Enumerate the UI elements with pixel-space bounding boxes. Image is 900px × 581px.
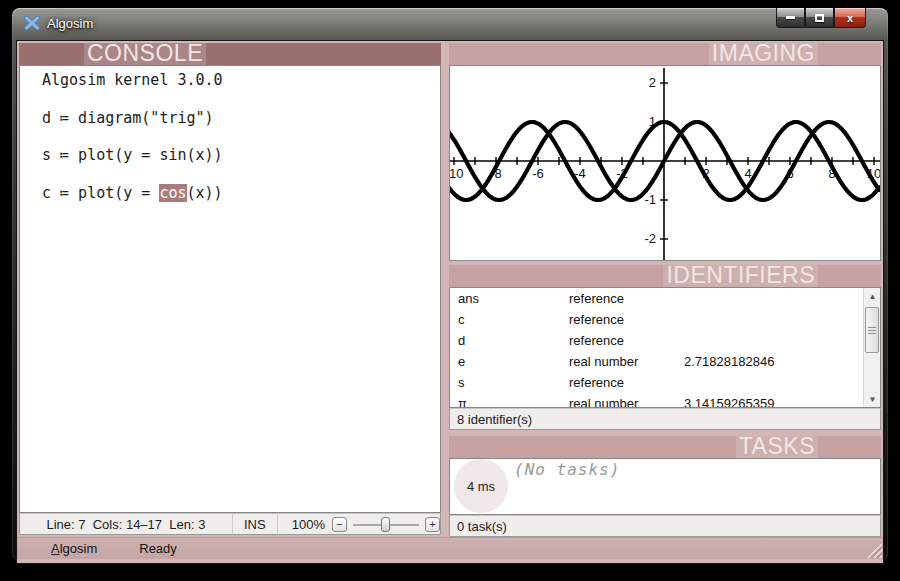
- resize-grip[interactable]: [866, 542, 882, 558]
- no-tasks-label: (No tasks): [514, 460, 620, 479]
- identifier-name: d: [450, 333, 569, 348]
- scroll-up-button[interactable]: ▲: [864, 288, 881, 304]
- console-line: [42, 127, 436, 146]
- scroll-down-button[interactable]: ▼: [864, 391, 881, 407]
- identifier-name: e: [450, 354, 569, 369]
- console-line: s ≔ plot(y = sin(x)): [42, 146, 436, 165]
- close-icon: x: [847, 12, 853, 24]
- identifier-type: reference: [569, 375, 684, 390]
- console-status-bar: Line: 7 Cols: 14–17 Len: 3 INS 100% − +: [19, 513, 441, 535]
- zoom-control: 100% − +: [277, 514, 440, 534]
- svg-text:-6: -6: [532, 166, 544, 181]
- identifiers-scrollbar[interactable]: ▲ ▼: [863, 288, 880, 407]
- console-line: d ≔ diagram("trig"): [42, 109, 436, 128]
- minimize-icon: [786, 16, 795, 19]
- maximize-button[interactable]: [805, 8, 834, 28]
- identifier-type: real number: [569, 354, 684, 369]
- identifier-value: 3.14159265359: [684, 396, 880, 408]
- minimize-button[interactable]: [776, 8, 805, 28]
- console-editor[interactable]: Algosim kernel 3.0.0 d ≔ diagram("trig")…: [19, 65, 441, 513]
- tasks-view: 4 ms (No tasks): [449, 458, 881, 515]
- identifier-row[interactable]: ansreference: [450, 288, 880, 309]
- trig-plot: -10-8-6-4-2246810-2-112: [450, 66, 880, 260]
- identifier-type: real number: [569, 396, 684, 408]
- identifier-row[interactable]: πreal number3.14159265359: [450, 393, 880, 408]
- identifier-value: 2.71828182846: [684, 354, 880, 369]
- identifiers-header: IDENTIFIERS: [449, 265, 881, 287]
- app-status-bar: Algosim Ready: [17, 537, 883, 559]
- console-line: c ≔ plot(y = cos(x)): [42, 184, 436, 203]
- maximize-icon: [815, 14, 824, 22]
- zoom-slider[interactable]: [353, 517, 419, 532]
- zoom-out-button[interactable]: −: [332, 517, 347, 532]
- tasks-title: TASKS: [736, 436, 818, 458]
- identifiers-title: IDENTIFIERS: [663, 265, 818, 287]
- app-logo-icon: [24, 15, 40, 31]
- workspace: CONSOLE Algosim kernel 3.0.0 d ≔ diagram…: [16, 40, 884, 564]
- caret-position: Line: 7 Cols: 14–17 Len: 3: [20, 514, 232, 534]
- svg-text:2: 2: [649, 75, 656, 90]
- zoom-in-button[interactable]: +: [425, 517, 440, 532]
- identifier-name: ans: [450, 291, 569, 306]
- right-column: IMAGING -10-8-6-4-2246810-2-112 IDENTIFI…: [449, 43, 881, 537]
- svg-text:-10: -10: [450, 166, 463, 181]
- console-line: Algosim kernel 3.0.0: [42, 71, 436, 90]
- tasks-header: TASKS: [449, 436, 881, 458]
- identifier-type: reference: [569, 291, 684, 306]
- zoom-level: 100%: [292, 517, 325, 532]
- imaging-title: IMAGING: [709, 43, 818, 65]
- app-window: Algosim x CONSOLE Algosim kernel 3.0.0 d…: [12, 8, 888, 560]
- console-header: CONSOLE: [19, 43, 441, 65]
- identifier-rows: ansreferencecreferencedreferenceereal nu…: [450, 288, 880, 408]
- insert-mode-indicator[interactable]: INS: [232, 514, 277, 534]
- identifier-row[interactable]: ereal number2.71828182846: [450, 351, 880, 372]
- identifier-name: π: [450, 396, 569, 408]
- title-bar[interactable]: Algosim: [12, 8, 888, 38]
- console-line: [42, 165, 436, 184]
- identifier-name: s: [450, 375, 569, 390]
- ready-status: Ready: [139, 541, 177, 556]
- svg-text:4: 4: [744, 166, 751, 181]
- identifiers-status-bar: 8 identifier(s): [449, 408, 881, 430]
- identifier-name: c: [450, 312, 569, 327]
- svg-text:-1: -1: [644, 192, 656, 207]
- scrollbar-grip-icon: [868, 327, 876, 334]
- window-title: Algosim: [47, 16, 93, 31]
- imaging-header: IMAGING: [449, 43, 881, 65]
- window-controls: x: [776, 8, 866, 28]
- identifier-row[interactable]: creference: [450, 309, 880, 330]
- algosim-menu[interactable]: Algosim: [51, 541, 97, 556]
- identifier-row[interactable]: sreference: [450, 372, 880, 393]
- selected-text: cos: [159, 184, 186, 202]
- identifier-row[interactable]: dreference: [450, 330, 880, 351]
- identifiers-list: ansreferencecreferencedreferenceereal nu…: [449, 287, 881, 408]
- scrollbar-thumb[interactable]: [865, 307, 879, 353]
- console-panel: CONSOLE Algosim kernel 3.0.0 d ≔ diagram…: [19, 43, 441, 535]
- zoom-slider-thumb[interactable]: [381, 517, 390, 532]
- close-button[interactable]: x: [834, 8, 866, 28]
- svg-text:-2: -2: [644, 231, 656, 246]
- console-line: [42, 90, 436, 109]
- tasks-status-bar: 0 task(s): [449, 515, 881, 537]
- console-title: CONSOLE: [84, 43, 206, 65]
- imaging-view[interactable]: -10-8-6-4-2246810-2-112: [449, 65, 881, 261]
- identifier-type: reference: [569, 333, 684, 348]
- identifier-type: reference: [569, 312, 684, 327]
- kernel-time-badge: 4 ms: [454, 459, 508, 513]
